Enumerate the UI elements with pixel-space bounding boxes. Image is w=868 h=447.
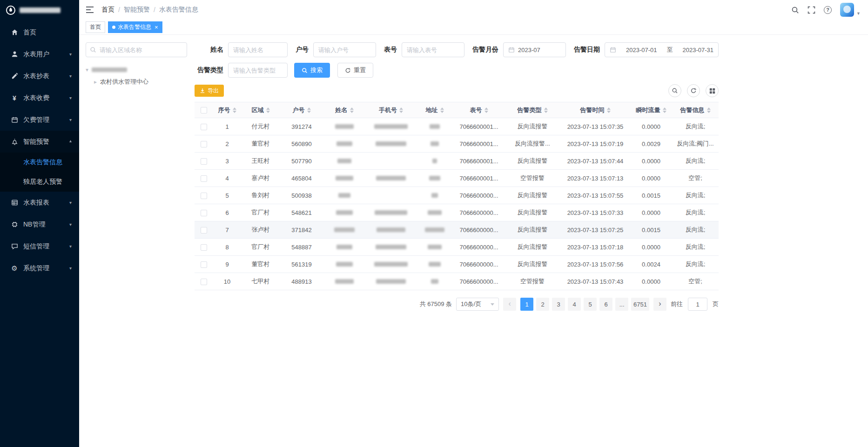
sort-icon[interactable] <box>440 107 444 113</box>
row-checkbox[interactable] <box>201 141 207 147</box>
sidebar-item-7[interactable]: NB管理▾ <box>0 213 79 235</box>
column-header-2[interactable]: 户号 <box>280 102 323 118</box>
page-button-6751[interactable]: 6751 <box>631 298 649 311</box>
table-row[interactable]: 4寨卢村4658047066600001...空管报警2023-07-13 15… <box>195 170 719 187</box>
more-pages-button[interactable]: ... <box>615 298 628 311</box>
select-all-checkbox[interactable] <box>201 107 207 113</box>
sort-icon[interactable] <box>607 107 611 113</box>
tree-node[interactable]: ▸ 农村供水管理中心 <box>86 76 187 88</box>
table-row[interactable]: 7张卢村3718427066600000...反向流报警2023-07-13 1… <box>195 221 719 239</box>
sidebar-subitem-0[interactable]: 水表告警信息 <box>0 153 79 172</box>
tree-expand-icon[interactable]: ▾ <box>86 67 88 73</box>
table-row[interactable]: 8官厂村5488877066600000...反向流报警2023-07-13 1… <box>195 239 719 256</box>
sidebar-item-4[interactable]: 欠费管理▾ <box>0 109 79 131</box>
avatar[interactable] <box>840 3 854 17</box>
sidebar-item-8[interactable]: 短信管理▾ <box>0 235 79 257</box>
user-menu[interactable]: ▼ <box>840 3 861 17</box>
tree-collapse-icon[interactable]: ▸ <box>94 79 97 85</box>
column-header-1[interactable]: 区域 <box>241 102 280 118</box>
column-header-10[interactable]: 告警信息 <box>672 102 719 118</box>
sort-icon[interactable] <box>707 107 711 113</box>
sidebar-item-6[interactable]: 水表报表▾ <box>0 192 79 213</box>
search-button[interactable]: 搜索 <box>294 63 330 78</box>
page-button-6[interactable]: 6 <box>599 298 612 311</box>
row-checkbox[interactable] <box>201 261 207 268</box>
prev-page-button[interactable]: ‹ <box>503 298 516 311</box>
help-icon[interactable]: ? <box>824 6 832 14</box>
column-header-0[interactable]: 序号 <box>213 102 241 118</box>
cell-name-redacted <box>323 256 366 273</box>
export-button[interactable]: 导出 <box>195 85 224 97</box>
alarm-type-input[interactable] <box>228 63 288 78</box>
column-header-3[interactable]: 姓名 <box>323 102 366 118</box>
column-header-6[interactable]: 表号 <box>453 102 505 118</box>
sidebar-item-1[interactable]: 水表用户▾ <box>0 43 79 65</box>
row-checkbox[interactable] <box>201 124 207 130</box>
tab-alarm-info[interactable]: 水表告警信息 × <box>108 21 162 33</box>
table-row[interactable]: 2董官村5608907066600001...反向流报警...2023-07-1… <box>195 135 719 153</box>
hamburger-icon[interactable] <box>86 6 94 13</box>
row-checkbox[interactable] <box>201 175 207 182</box>
sort-icon[interactable] <box>399 107 403 113</box>
tab-home[interactable]: 首页 <box>86 21 105 33</box>
alarm-month-picker[interactable]: 2023-07 <box>503 42 566 57</box>
sidebar-item-9[interactable]: ⚙系统管理▾ <box>0 257 79 279</box>
fullscreen-icon[interactable] <box>807 6 815 14</box>
cell-region: 王旺村 <box>241 153 280 170</box>
app-logo[interactable] <box>0 0 79 20</box>
tab-close-icon[interactable]: × <box>155 24 158 30</box>
page-size-select[interactable]: 10条/页 <box>456 298 499 311</box>
sort-icon[interactable] <box>233 107 236 113</box>
sidebar-item-2[interactable]: 水表抄表▾ <box>0 65 79 87</box>
page-button-5[interactable]: 5 <box>584 298 597 311</box>
account-input[interactable] <box>313 42 376 57</box>
column-settings-icon[interactable] <box>706 84 719 97</box>
page-button-2[interactable]: 2 <box>536 298 549 311</box>
table-row[interactable]: 5鲁刘村5009387066600000...反向流报警2023-07-13 1… <box>195 187 719 204</box>
column-header-4[interactable]: 手机号 <box>366 102 416 118</box>
sidebar-item-3[interactable]: ¥水表收费▾ <box>0 87 79 109</box>
column-header-5[interactable]: 地址 <box>416 102 453 118</box>
jump-page-input[interactable] <box>688 298 707 311</box>
sort-icon[interactable] <box>663 107 666 113</box>
row-checkbox[interactable] <box>201 244 207 251</box>
cell-address-redacted <box>416 187 453 204</box>
table-row[interactable]: 1付元村3912747066600001...反向流报警2023-07-13 1… <box>195 118 719 135</box>
sidebar-item-5[interactable]: 智能预警▾ <box>0 131 79 153</box>
breadcrumb-item[interactable]: 智能预警 <box>124 6 150 14</box>
sidebar-item-0[interactable]: 首页 <box>0 21 79 43</box>
region-search-input[interactable] <box>86 42 187 57</box>
sort-icon[interactable] <box>266 107 270 113</box>
column-header-9[interactable]: 瞬时流量 <box>630 102 672 118</box>
name-input[interactable] <box>228 42 288 57</box>
alarm-date-range-picker[interactable]: 2023-07-01 至 2023-07-31 <box>605 42 719 57</box>
table-row[interactable]: 3王旺村5077907066600001...反向流报警2023-07-13 1… <box>195 153 719 170</box>
column-header-8[interactable]: 告警时间 <box>560 102 630 118</box>
table-row[interactable]: 9董官村5613197066600000...反向流报警2023-07-13 1… <box>195 256 719 273</box>
table-row[interactable]: 10七甲村4889137066600000...空管报警2023-07-13 1… <box>195 273 719 290</box>
breadcrumb-home[interactable]: 首页 <box>101 6 114 14</box>
sort-icon[interactable] <box>350 107 354 113</box>
reset-button[interactable]: 重置 <box>337 63 373 78</box>
next-page-button[interactable]: › <box>653 298 666 311</box>
sidebar-subitem-1[interactable]: 独居老人预警 <box>0 172 79 192</box>
page-button-1[interactable]: 1 <box>520 298 533 311</box>
row-checkbox[interactable] <box>201 210 207 216</box>
row-checkbox[interactable] <box>201 158 207 165</box>
sort-icon[interactable] <box>544 107 548 113</box>
table-search-icon[interactable] <box>668 84 681 97</box>
page-button-3[interactable]: 3 <box>552 298 565 311</box>
cell-alarm-time: 2023-07-13 15:07:13 <box>560 170 630 187</box>
header-search-icon[interactable] <box>791 6 799 14</box>
table-refresh-icon[interactable] <box>687 84 700 97</box>
table-row[interactable]: 6官厂村5486217066600000...反向流报警2023-07-13 1… <box>195 204 719 221</box>
row-checkbox[interactable] <box>201 227 207 234</box>
page-button-4[interactable]: 4 <box>568 298 581 311</box>
meter-input[interactable] <box>402 42 464 57</box>
row-checkbox[interactable] <box>201 279 207 285</box>
column-header-7[interactable]: 告警类型 <box>505 102 560 118</box>
sort-icon[interactable] <box>307 107 311 113</box>
row-checkbox[interactable] <box>201 193 207 199</box>
sort-icon[interactable] <box>484 107 488 113</box>
tree-root-node[interactable]: ▾ <box>86 64 187 76</box>
